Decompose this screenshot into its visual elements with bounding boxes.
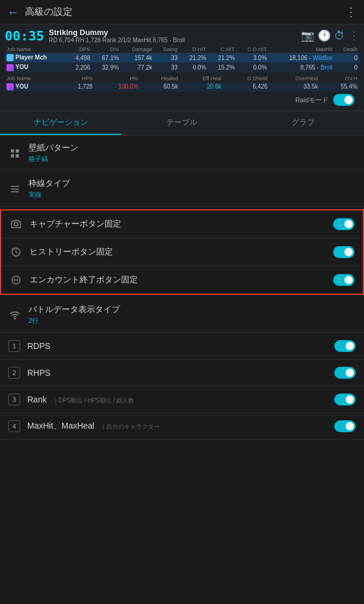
col-dpct: D%	[92, 46, 121, 53]
player-overheal: 33.5k	[269, 82, 319, 92]
combat-timer: 00:35	[5, 29, 44, 43]
stop-icon[interactable]: ⏱	[334, 30, 345, 42]
settings-rank[interactable]: 3 Rank ｜DPS順位 / HPS順位 / 総人数	[0, 386, 364, 413]
col-ovh: OV.H	[320, 75, 360, 82]
player-name: Player Mch	[5, 53, 66, 62]
lines-icon	[8, 183, 21, 196]
maxhit-toggle[interactable]	[334, 420, 356, 432]
player-chit: 21.2%	[208, 53, 236, 62]
settings-encounter-btn[interactable]: エンカウント終了ボタン固定	[1, 266, 363, 294]
wifi-icon	[8, 309, 21, 322]
tab-table[interactable]: テーブル	[121, 111, 242, 135]
page-title: 高級の設定	[25, 6, 72, 18]
capture-icon	[10, 218, 23, 231]
header: ← 高級の設定 ⋮	[0, 0, 364, 24]
svg-point-9	[12, 276, 20, 284]
encounter-toggle[interactable]	[333, 274, 354, 286]
settings-rdps-content: RDPS	[27, 341, 327, 351]
player-dpct: 32.9%	[92, 62, 121, 72]
col-maxhit: MaxHit	[268, 46, 334, 53]
settings-battle-content: バトルデータ表示タイプ 2行	[29, 304, 356, 325]
player-ovh: 55.4%	[320, 82, 360, 92]
settings-wallpaper-subtitle: 格子縞	[29, 155, 356, 163]
player-hps: 1,728	[59, 82, 94, 92]
settings-wallpaper[interactable]: 壁紙パターン 格子縞	[0, 136, 364, 171]
tab-navigation[interactable]: ナビゲーション	[0, 111, 121, 135]
history-icon[interactable]: 🕐	[318, 29, 331, 42]
player-damage: 157.4k	[121, 53, 154, 62]
player-death: 0	[334, 53, 359, 62]
col-effheal: Eff.Heal	[180, 75, 223, 82]
encounter-name: Striking Dummy	[49, 28, 296, 37]
settings-maxhit-content: MaxHit、MaxHeal ｜自分のキャラクター	[27, 421, 327, 432]
settings-maxhit-title: MaxHit、MaxHeal ｜自分のキャラクター	[27, 421, 327, 432]
raid-mode-toggle[interactable]	[333, 94, 354, 106]
col-dhit: D.HIT	[179, 46, 208, 53]
settings-encounter-title: エンカウント終了ボタン固定	[30, 275, 326, 285]
tab-graph[interactable]: グラフ	[243, 111, 364, 135]
settings-battle-data[interactable]: バトルデータ表示タイプ 2行	[0, 297, 364, 333]
rank-subtitle: ｜DPS順位 / HPS順位 / 総人数	[53, 397, 135, 404]
settings-rank-content: Rank ｜DPS順位 / HPS順位 / 総人数	[27, 395, 327, 405]
capture-icon[interactable]: 📷	[301, 29, 314, 42]
player-maxhit: 8,765 - Broil	[268, 62, 334, 72]
svg-rect-3	[16, 154, 19, 157]
settings-border-content: 枠線タイプ 実線	[29, 178, 356, 199]
col-hps: HPS	[59, 75, 94, 82]
settings-capture-btn[interactable]: キャプチャーボタン固定	[1, 210, 363, 238]
rank-toggle[interactable]	[334, 394, 356, 405]
player-cdhit: 3.0%	[236, 53, 268, 62]
history-toggle[interactable]	[333, 246, 354, 258]
col-jobname: Job Name	[5, 46, 66, 53]
rdps-badge: 1	[8, 340, 20, 352]
table-row: Player Mch 4,498 67.1% 157.4k 33 21.2% 2…	[5, 53, 359, 62]
svg-point-7	[14, 222, 18, 226]
col-jobname-h: Job Name	[5, 75, 59, 82]
encounter-info: Striking Dummy RD 6,704 RH 1,728 Rank 2/…	[49, 28, 296, 43]
capture-toggle[interactable]	[333, 218, 354, 230]
combat-top: 00:35 Striking Dummy RD 6,704 RH 1,728 R…	[5, 28, 359, 43]
settings-maxhit[interactable]: 4 MaxHit、MaxHeal ｜自分のキャラクター	[0, 413, 364, 440]
player-chit: 15.2%	[208, 62, 236, 72]
settings-encounter-content: エンカウント終了ボタン固定	[30, 275, 326, 285]
menu-button[interactable]: ⋮	[345, 5, 357, 19]
back-button[interactable]: ←	[7, 5, 19, 19]
col-damage: Damage	[121, 46, 154, 53]
player-dshield: 6,426	[223, 82, 269, 92]
settings-battle-subtitle: 2行	[29, 316, 356, 325]
player-death: 0	[334, 62, 359, 72]
grid-icon	[8, 147, 21, 160]
settings-rhps-title: RHPS	[27, 368, 327, 378]
settings-history-btn[interactable]: ヒストリーボタン固定	[1, 238, 363, 266]
player-dps: 2,206	[66, 62, 92, 72]
svg-rect-0	[11, 149, 14, 152]
col-death: Death	[334, 46, 359, 53]
svg-rect-1	[16, 149, 19, 152]
encounter-details: RD 6,704 RH 1,728 Rank 2/1/2 MaxHit 8,76…	[49, 37, 296, 43]
dps-table: Job Name DPS D% Damage Swing D.HIT C.HIT…	[5, 46, 359, 73]
encounter-toggle-slider	[333, 274, 354, 286]
player-cdhit: 0.0%	[236, 62, 268, 72]
settings-rdps[interactable]: 1 RDPS	[0, 333, 364, 360]
settings-border[interactable]: 枠線タイプ 実線	[0, 171, 364, 207]
settings-rhps[interactable]: 2 RHPS	[0, 360, 364, 386]
player-dhit: 0.0%	[179, 62, 208, 72]
rhps-toggle[interactable]	[334, 367, 356, 379]
player-dhit: 21.2%	[179, 53, 208, 62]
raid-mode-label: Raidモード	[295, 96, 328, 105]
col-hpct: H%	[94, 75, 140, 82]
player-healed: 60.5k	[140, 82, 180, 92]
capture-toggle-slider	[333, 218, 354, 230]
settings-battle-title: バトルデータ表示タイプ	[29, 304, 356, 315]
settings-border-subtitle: 実線	[29, 190, 356, 199]
table-row: YOU 1,728 100.0% 60.5k 20.6k 6,426 33.5k…	[5, 82, 359, 92]
player-hpct: 100.0%	[94, 82, 140, 92]
tab-bar: ナビゲーション テーブル グラフ	[0, 111, 364, 136]
player-swing: 33	[154, 53, 179, 62]
more-icon[interactable]: ⋮	[349, 29, 359, 42]
settings-rdps-title: RDPS	[27, 341, 327, 351]
encounter-icon	[10, 273, 23, 287]
rdps-toggle[interactable]	[334, 340, 356, 352]
col-healed: Healed	[140, 75, 180, 82]
player-maxhit: 18,106 - Wildfire	[268, 53, 334, 62]
